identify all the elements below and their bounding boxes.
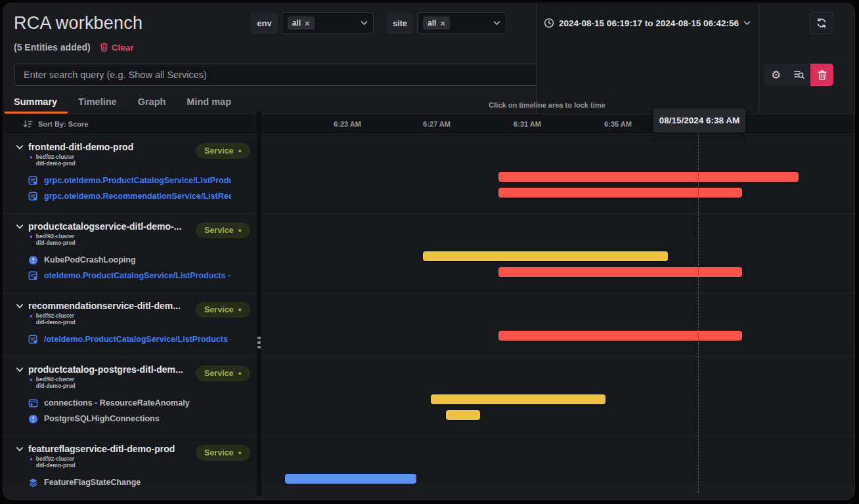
time-cursor-tooltip: 08/15/2024 6:38 AM: [653, 108, 745, 133]
entity-item: /oteldemo.ProductCatalogService/ListProd…: [28, 331, 257, 347]
gantt-lane-group[interactable]: [257, 293, 854, 356]
collapse-chevron-icon[interactable]: [16, 446, 24, 452]
service-badge: Service●: [196, 222, 250, 238]
gear-icon: ⚙: [771, 68, 781, 82]
tab-timeline[interactable]: Timeline: [78, 96, 117, 114]
env-filter-label: env: [251, 13, 277, 33]
entity-item: KubePodCrashLooping: [28, 252, 257, 268]
service-badge-dot-icon: ●: [238, 450, 242, 456]
lock-time-hint: Click on timeline area to lock time: [416, 101, 678, 109]
time-range-text: 2024-08-15 06:19:17 to 2024-08-15 06:42:…: [559, 18, 739, 28]
entity-name[interactable]: featureflagservice-ditl-demo-prod: [28, 444, 192, 454]
trace-icon: [28, 271, 38, 281]
site-filter-label: site: [387, 13, 413, 33]
event-bar-yellow[interactable]: [446, 410, 480, 420]
time-axis[interactable]: 6:23 AM6:27 AM6:31 AM6:35 AM: [257, 114, 854, 134]
tab-summary[interactable]: Summary: [14, 96, 57, 114]
sort-by-label: Sort By: Score: [38, 120, 88, 128]
cluster-dot-icon: ●: [30, 234, 33, 246]
service-badge: Service●: [196, 143, 250, 159]
service-badge-dot-icon: ●: [238, 371, 242, 377]
remove-env-chip-icon[interactable]: ×: [305, 19, 310, 28]
event-bar-red[interactable]: [498, 267, 742, 277]
entity-name[interactable]: frontend-ditl-demo-prod: [28, 142, 192, 152]
entity-item: FeatureFlagStateChange: [28, 474, 257, 490]
query-list-button[interactable]: [787, 64, 810, 86]
service-badge-label: Service: [204, 305, 233, 314]
event-bar-yellow[interactable]: [431, 394, 606, 404]
entity-item: oteldemo.ProductCatalogService/ListProdu…: [28, 268, 257, 284]
event-bar-red[interactable]: [498, 331, 742, 341]
event-bar-yellow[interactable]: [423, 251, 668, 261]
gantt-lane-group[interactable]: [257, 135, 854, 213]
entity-item-label[interactable]: FeatureFlagStateChange: [44, 478, 141, 487]
settings-button[interactable]: ⚙: [764, 64, 787, 86]
refresh-button[interactable]: [810, 12, 833, 34]
entity-item: PostgreSQLHighConnections: [28, 411, 257, 427]
service-badge-label: Service: [204, 369, 233, 378]
time-tick: 6:35 AM: [604, 120, 632, 128]
entity-item-label[interactable]: connections - ResourceRateAnomaly: [44, 398, 190, 408]
tab-mind-map[interactable]: Mind map: [187, 96, 231, 114]
entity-item-label[interactable]: /oteldemo.ProductCatalogService/ListProd…: [44, 335, 231, 344]
service-badge: Service●: [196, 445, 250, 461]
cluster-dot-icon: ●: [30, 456, 33, 469]
tab-graph[interactable]: Graph: [138, 96, 166, 114]
entity-item-label[interactable]: PostgreSQLHighConnections: [44, 414, 160, 423]
namespace-name: ditl-demo-prod: [36, 320, 76, 326]
entity-group-left: recommendationservice-ditl-dem...●bedf92…: [3, 293, 257, 356]
collapse-chevron-icon[interactable]: [16, 303, 24, 309]
chevron-down-icon: [493, 20, 500, 26]
gantt-rows: [257, 328, 854, 344]
search-actions: ⚙: [764, 64, 810, 86]
site-filter-chip[interactable]: all ×: [423, 16, 450, 30]
env-chip-value: all: [292, 18, 301, 28]
time-tick: 6:23 AM: [334, 120, 361, 128]
delete-query-button[interactable]: [810, 64, 833, 86]
clear-button[interactable]: Clear: [100, 43, 134, 52]
remove-site-chip-icon[interactable]: ×: [440, 19, 445, 28]
env-filter-chip[interactable]: all ×: [288, 16, 315, 30]
event-bar-blue[interactable]: [285, 474, 416, 484]
cluster-lines: bedf92-clusterditl-demo-prod: [36, 234, 76, 246]
event-bar-red[interactable]: [498, 188, 742, 198]
pane-resize-handle[interactable]: [257, 337, 261, 348]
gantt-lane-group[interactable]: [257, 357, 854, 436]
main-content: Sort By: Score 6:23 AM6:27 AM6:31 AM6:35…: [3, 114, 854, 482]
entity-group-left: productcatalog-postgres-ditl-dem...●bedf…: [3, 357, 257, 436]
event-bar-red[interactable]: [498, 172, 799, 182]
trace-icon: [28, 335, 38, 345]
entity-item-label[interactable]: KubePodCrashLooping: [44, 255, 136, 264]
list-search-icon: [794, 70, 804, 79]
collapse-chevron-icon[interactable]: [16, 144, 24, 150]
collapse-chevron-icon[interactable]: [16, 224, 24, 230]
sort-by-control[interactable]: Sort By: Score: [3, 114, 257, 134]
entity-group-recommendationservice-ditl-dem: recommendationservice-ditl-dem...●bedf92…: [3, 293, 854, 356]
namespace-name: ditl-demo-prod: [36, 383, 76, 390]
pane-divider: [257, 111, 261, 495]
gantt-row: [257, 249, 854, 264]
namespace-name: ditl-demo-prod: [36, 161, 76, 167]
entity-item-label[interactable]: grpc.oteldemo.ProductCatalogService/List…: [44, 176, 231, 185]
entity-item: connections - ResourceRateAnomaly: [28, 395, 257, 411]
entity-name[interactable]: productcatalog-postgres-ditl-dem...: [28, 364, 192, 375]
entity-item-label[interactable]: oteldemo.ProductCatalogService/ListProdu…: [44, 271, 231, 280]
alert-icon: [28, 414, 38, 424]
sort-icon: [23, 120, 33, 128]
alert-icon: [28, 255, 38, 265]
service-badge-label: Service: [204, 448, 233, 457]
time-cursor-line: [698, 132, 699, 493]
site-filter-select[interactable]: all ×: [417, 12, 506, 33]
gantt-lane-group[interactable]: [257, 436, 854, 499]
env-filter-select[interactable]: all ×: [282, 12, 374, 33]
entity-name[interactable]: recommendationservice-ditl-dem...: [28, 301, 192, 311]
gantt-rows: [257, 249, 854, 280]
gantt-row: [257, 408, 854, 423]
collapse-chevron-icon[interactable]: [16, 367, 24, 373]
entity-item-label[interactable]: grpc.oteldemo.RecommendationService/List…: [44, 192, 231, 201]
entity-name[interactable]: productcatalogservice-ditl-demo-...: [28, 221, 192, 232]
gantt-rows: [257, 392, 854, 423]
site-chip-value: all: [428, 18, 436, 28]
gantt-lane-group[interactable]: [257, 214, 854, 293]
header: RCA workbench env all × site all ×: [3, 3, 854, 35]
